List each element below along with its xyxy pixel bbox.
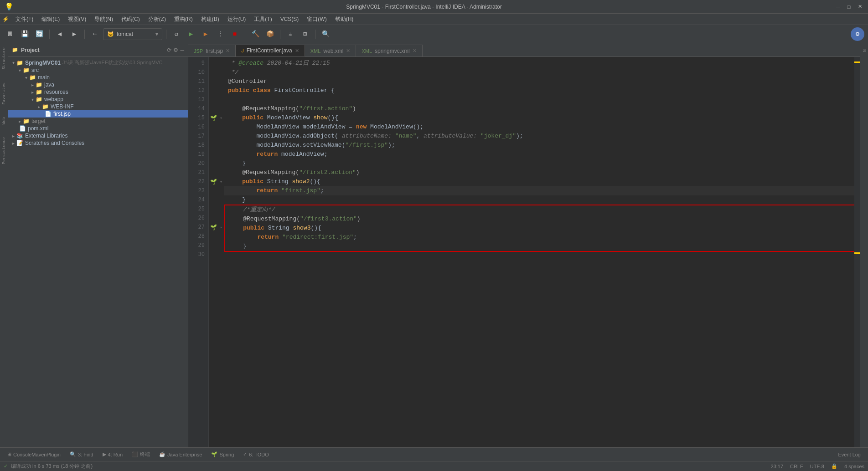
tree-item-webapp[interactable]: ▾ 📁 webapp [8,96,188,103]
project-sync-icon[interactable]: ⟳ [167,47,171,53]
gutter-bean-27[interactable]: 🌱 [209,223,218,232]
tree-item-external-libs[interactable]: ▸ 📚 External Libraries [8,132,188,139]
menu-vcs[interactable]: VCS(S) [277,15,303,23]
sdk-button[interactable]: ☕ [284,28,297,41]
status-line-ending[interactable]: CRLF [790,464,803,469]
tree-item-pomxml[interactable]: 📄 pom.xml [8,125,188,132]
tree-item-java[interactable]: ▸ 📁 java [8,81,188,88]
left-tab-favorites[interactable]: Favorites [1,81,7,107]
tab-webxml[interactable]: XML web.xml ✕ [305,45,356,56]
code-paren-22: (){ [310,177,320,186]
bottom-tool-run[interactable]: ▶ 4: Run [99,451,126,458]
menu-file[interactable]: 文件(F) [12,15,37,24]
menu-analyze[interactable]: 分析(Z) [145,15,170,24]
gutter-bean-15[interactable]: 🌱 [209,113,218,123]
tab-firstcontroller-close[interactable]: ✕ [295,48,299,54]
menu-view[interactable]: 视图(V) [64,15,90,24]
menu-run[interactable]: 运行(U) [224,15,250,24]
right-sidebar-navigator[interactable]: N [862,46,867,52]
menu-navigate[interactable]: 导航(N) [91,15,117,24]
run-button[interactable]: ▶ [199,28,212,41]
event-log-label: Event Log [838,452,861,457]
fold-20 [218,159,224,168]
status-indent[interactable]: 4 spaces [844,464,864,469]
code-type-15: ModelAndView [267,113,313,123]
save-button[interactable]: 💾 [18,28,31,41]
menu-code[interactable]: 代码(C) [118,15,144,24]
project-icon: 📁 [12,47,18,53]
tab-springmvcxml-close[interactable]: ✕ [413,48,417,54]
tree-item-firstjsp[interactable]: 📄 first.jsp [8,110,188,118]
bottom-tool-java-enterprise[interactable]: ☕ Java Enterprise [155,451,206,458]
status-encoding[interactable]: UTF-8 [810,464,824,469]
menu-tools[interactable]: 工具(T) [250,15,275,24]
fold-22[interactable]: ▾ [218,177,224,186]
status-position[interactable]: 23:17 [771,464,784,469]
code-text-24: } [228,195,246,205]
reload-button[interactable]: ↺ [170,28,183,41]
menu-window[interactable]: 窗口(W) [303,15,330,24]
line-num-29: 29 [188,241,208,250]
search-everywhere-button[interactable]: 🔍 [319,28,332,41]
bottom-tool-find[interactable]: 🔍 3: Find [66,451,97,458]
forward-button[interactable]: ▶ [68,28,81,41]
bottom-tool-spring[interactable]: 🌱 Spring [207,451,238,458]
tree-item-src[interactable]: ▾ 📁 src [8,67,188,74]
bottom-tool-event-log[interactable]: Event Log [834,451,864,458]
project-settings-icon[interactable]: ⚙ [173,47,178,53]
sync-button[interactable]: 🔄 [33,28,46,41]
settings-button[interactable]: ⚙ [851,27,864,41]
tree-arrow-java: ▸ [29,82,36,87]
tab-firstcontroller[interactable]: J FirstController.java ✕ [236,45,305,56]
tree-item-main[interactable]: ▾ 📁 main [8,74,188,81]
line-num-28: 28 [188,232,208,241]
close-button[interactable]: ✕ [856,3,863,10]
more-run-button[interactable]: ⋮ [214,28,227,41]
menu-edit[interactable]: 编辑(E) [38,15,63,24]
code-string-14: "/first.action" [299,104,352,113]
tab-webxml-close[interactable]: ✕ [346,48,350,54]
menu-help[interactable]: 帮助(H) [331,15,357,24]
left-tab-structure[interactable]: Structure [1,46,7,72]
stop-button[interactable]: ■ [228,28,241,41]
tomcat-dropdown[interactable]: 🐱 tomcat ▾ [103,28,162,40]
code-text-26: @RequestMapping( [229,215,300,224]
debug-button[interactable]: ▶ [185,28,197,41]
code-text-14: @RequestMapping( [228,104,299,113]
tab-firstjsp-close[interactable]: ✕ [226,48,230,54]
terminal-button[interactable]: ⊞ [299,28,311,41]
run-config-back-button[interactable]: ⟵ [88,28,101,41]
tab-firstjsp[interactable]: JSP first.jsp ✕ [188,45,236,56]
gutter-bean-22[interactable]: 🌱 [209,177,218,186]
folder-icon-target: 📁 [23,118,30,124]
build-project-button[interactable]: 🔨 [249,28,262,41]
left-tab-persistence[interactable]: Persistence [1,135,7,166]
back-button[interactable]: ◀ [53,28,66,41]
tree-item-webinf[interactable]: ▸ 📁 WEB-INF [8,103,188,110]
app-icon: ⚡ [2,16,9,22]
fold-15[interactable]: ▾ [218,113,224,123]
tree-item-target[interactable]: ▸ 📁 target [8,118,188,125]
code-editor[interactable]: 9 10 11 12 13 14 15 16 17 18 19 20 21 22… [188,57,860,447]
tree-item-springmvc01[interactable]: ▾ 📁 SpringMVC01 J:\课-高新强\JavaEE就业实战\03-S… [8,59,188,67]
tab-springmvcxml[interactable]: XML springmvc.xml ✕ [356,45,422,56]
fold-16 [218,123,224,132]
bottom-tool-todo[interactable]: ✓ 6: TODO [239,451,273,458]
build-artifacts-button[interactable]: 📦 [264,28,276,41]
tree-item-scratches[interactable]: ▸ 📝 Scratches and Consoles [8,139,188,147]
menu-build[interactable]: 构建(B) [197,15,223,24]
bottom-tool-terminal[interactable]: ⬛ 终端 [128,450,154,459]
gutter-9 [209,59,218,68]
maximize-button[interactable]: □ [845,3,852,10]
new-file-button[interactable]: 🗏 [4,28,16,41]
code-type-27: String [268,224,293,233]
minimize-button[interactable]: ─ [834,3,842,10]
bottom-tool-consolemaven[interactable]: ⊞ ConsoleMavenPlugin [4,451,64,458]
code-brace-12: { [331,86,335,95]
fold-27[interactable]: ▾ [218,223,224,232]
code-content[interactable]: * @create 2020-04-21日 22:15 */ @Controll… [224,57,860,447]
left-tab-web[interactable]: Web [1,115,7,126]
menu-refactor[interactable]: 重构(R) [170,15,196,24]
project-minimize-icon[interactable]: ─ [180,47,184,53]
tree-item-resources[interactable]: ▸ 📁 resources [8,88,188,96]
